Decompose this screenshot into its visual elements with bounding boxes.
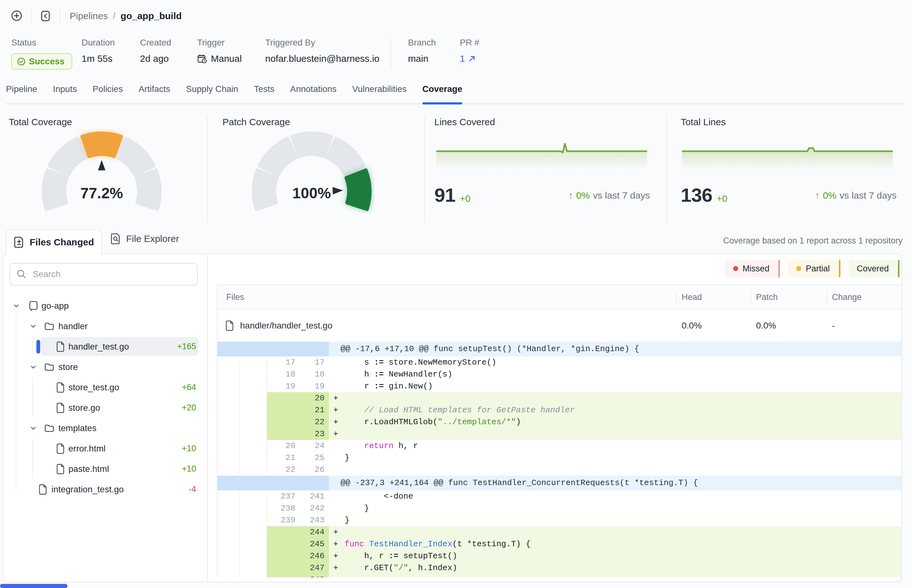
folder-icon [44, 357, 55, 377]
file-explorer-icon [110, 233, 121, 245]
tab-supply-chain[interactable]: Supply Chain [186, 84, 239, 106]
duration-label: Duration [82, 38, 140, 48]
file-name: handler/handler_test.go [240, 321, 332, 331]
tree-indent-guide [32, 377, 33, 417]
files-panel: go-apphandlerhandler_test.go+165storesto… [3, 254, 902, 582]
diff-line: 247 + r.GET("/", h.Index) [217, 562, 901, 574]
triggered-by-value: nofar.bluestein@harness.io [265, 53, 384, 64]
pr-label: PR # [460, 38, 479, 48]
coverage-legend: MissedPartialCovered [717, 260, 899, 277]
tree-indent-guide [32, 438, 33, 478]
hunk-header: @@ -237,3 +241,164 @@ func TestHandler_C… [217, 476, 901, 490]
search-icon [16, 269, 27, 281]
search-box [10, 263, 198, 286]
duration-value: 1m 55s [82, 53, 140, 64]
diff-line: 2226 [217, 464, 901, 476]
status-badge: Success [11, 53, 72, 69]
legend-dot [796, 266, 801, 271]
lines-covered-value: 91 +0 [434, 184, 471, 206]
tab-tests[interactable]: Tests [254, 84, 274, 106]
patch-coverage-title: Patch Coverage [223, 117, 290, 128]
tab-files-changed[interactable]: Files Changed [6, 229, 102, 255]
total-coverage-gauge: 77.2% [39, 129, 165, 213]
tab-artifacts[interactable]: Artifacts [138, 84, 170, 106]
file-patch-pct: 0.0% [749, 321, 825, 331]
files-table-header: Files Head Patch Change [217, 285, 901, 310]
diff-line: 244 + [217, 526, 901, 538]
divider [424, 115, 425, 224]
column-files: Files [217, 292, 675, 302]
tab-inputs[interactable]: Inputs [53, 84, 77, 106]
selected-indicator [36, 340, 40, 354]
coverage-page: Pipelines / go_app_build Status Success … [0, 0, 912, 588]
diff-line: 245 +func TestHandler_Index(t *testing.T… [217, 538, 901, 550]
legend-partial[interactable]: Partial [788, 260, 841, 277]
pr-link[interactable]: 1 [460, 53, 479, 64]
tree-item-paste-html[interactable]: paste.html+10 [3, 459, 207, 479]
status-bar: Status Success Duration 1m 55s Created 2… [11, 38, 479, 69]
status-label: Status [11, 38, 82, 48]
diff-line: 1919 r := gin.New() [217, 380, 901, 392]
tree-item-error-html[interactable]: error.html+10 [3, 438, 207, 459]
total-coverage-title: Total Coverage [9, 117, 72, 128]
tab-pipeline[interactable]: Pipeline [6, 84, 37, 106]
horizontal-scrollbar-thumb[interactable] [0, 584, 68, 588]
lines-covered-delta: +0 [460, 193, 471, 204]
tree-item-templates[interactable]: templates [3, 418, 207, 438]
file-tree-sidebar: go-apphandlerhandler_test.go+165storesto… [3, 254, 208, 582]
file-icon [56, 438, 65, 459]
file-row[interactable]: handler/handler_test.go 0.0% 0.0% - [217, 310, 901, 342]
tab-vulnerabilities[interactable]: Vulnerabilities [352, 84, 406, 106]
file-icon [56, 336, 65, 357]
diff-line: 246 + h, r := setupTest() [217, 550, 901, 562]
total-lines-delta: +0 [716, 193, 727, 204]
svg-text:77.2%: 77.2% [80, 185, 123, 202]
change-count-badge: +64 [182, 377, 196, 397]
tree-item-integration-test-go[interactable]: integration_test.go-4 [3, 479, 207, 499]
coverage-note: Coverage based on 1 report across 1 repo… [723, 236, 902, 246]
file-icon [38, 479, 48, 499]
tree-item-store[interactable]: store [3, 357, 207, 377]
diff-viewer: @@ -17,6 +17,10 @@ func setupTest() (*Ha… [217, 342, 901, 577]
total-lines-value: 136 +0 [681, 184, 728, 206]
create-icon[interactable] [10, 9, 24, 23]
branch-label: Branch [408, 38, 443, 48]
created-value: 2d ago [140, 53, 197, 64]
branch-value: main [408, 53, 443, 64]
active-tab-underline [422, 102, 462, 105]
legend-missed[interactable]: Missed [725, 260, 780, 277]
tab-file-explorer[interactable]: File Explorer [110, 233, 179, 245]
file-icon [56, 397, 65, 418]
tree-item-handler-test-go[interactable]: handler_test.go+165 [3, 336, 207, 357]
change-count-badge: +10 [182, 438, 196, 459]
file-icon [56, 459, 65, 479]
svg-text:100%: 100% [293, 185, 331, 202]
tree-item-store-go[interactable]: store.go+20 [3, 397, 207, 418]
column-change: Change [825, 292, 901, 302]
patch-coverage-gauge: 100% [249, 129, 374, 213]
collapse-sidebar-icon[interactable] [38, 9, 53, 23]
created-label: Created [140, 38, 197, 48]
files-table: Files Head Patch Change handler/handler_… [217, 284, 901, 577]
tree-item-store-test-go[interactable]: store_test.go+64 [3, 377, 207, 397]
diff-line: 248 + [217, 574, 901, 577]
breadcrumb-pipelines[interactable]: Pipelines [70, 11, 108, 21]
diff-line: 239243 } [217, 514, 901, 526]
diff-content: MissedPartialCovered Files Head Patch Ch… [208, 254, 901, 582]
tab-policies[interactable]: Policies [92, 84, 123, 106]
diff-line: 2024 return h, r [217, 440, 901, 452]
files-changed-icon [14, 236, 24, 248]
divider [31, 9, 31, 23]
legend-covered[interactable]: Covered [849, 260, 899, 277]
tree-indent-guide [32, 336, 33, 356]
search-input[interactable] [10, 263, 198, 286]
trigger-value: Manual [197, 53, 265, 64]
tab-annotations[interactable]: Annotations [290, 84, 336, 106]
file-head-pct: 0.0% [675, 321, 749, 331]
divider [390, 39, 391, 69]
diff-line: 2125 } [217, 452, 901, 464]
total-lines-sparkline [682, 141, 893, 172]
schedule-icon [197, 54, 207, 64]
tree-item-handler[interactable]: handler [3, 316, 207, 336]
tree-item-go-app[interactable]: go-app [3, 296, 207, 316]
